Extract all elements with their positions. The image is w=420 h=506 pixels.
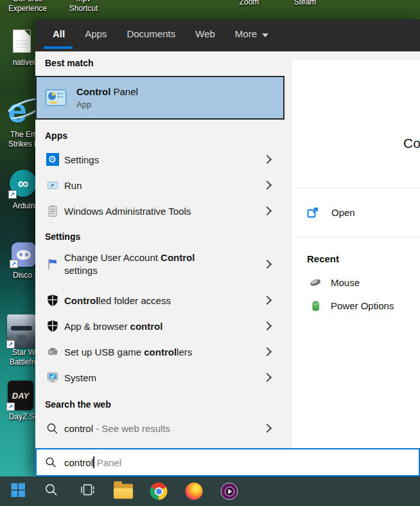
result-label: Windows Administrative Tools xyxy=(64,206,191,217)
section-header-best-match: Best match xyxy=(45,58,284,69)
chrome-button[interactable] xyxy=(150,483,168,500)
windows-logo-icon xyxy=(11,483,26,498)
admin-tools-icon xyxy=(46,204,59,218)
result-label: Run xyxy=(64,180,82,191)
preview-app-title: Control Panel xyxy=(403,136,420,151)
chevron-down-icon xyxy=(262,33,268,37)
chevron-right-icon xyxy=(263,347,272,356)
desktop-icon-star-wars-battlefront[interactable] xyxy=(7,314,36,348)
search-white-icon xyxy=(44,483,58,497)
desktop-icon-natively[interactable] xyxy=(13,30,31,53)
result-row-web-search-control[interactable]: control - See web results xyxy=(35,415,284,441)
divider xyxy=(292,237,420,237)
chevron-right-icon xyxy=(263,373,272,382)
control-panel-icon xyxy=(45,87,67,109)
monitor-icon xyxy=(46,371,59,384)
result-label: System xyxy=(64,372,96,383)
search-input-value[interactable]: control xyxy=(64,457,93,468)
result-row-change-uac-settings[interactable]: Change User Account Control settings xyxy=(35,248,284,281)
tab-web[interactable]: Web xyxy=(195,28,215,39)
firefox-button[interactable] xyxy=(186,483,203,500)
best-match-subtitle: App xyxy=(76,100,138,109)
power-icon xyxy=(309,299,322,312)
result-row-app-browser-control[interactable]: App & browser control xyxy=(35,313,284,339)
tab-documents[interactable]: Documents xyxy=(127,28,175,39)
taskbar-search-button[interactable] xyxy=(44,483,58,500)
preview-panel: Control Panel Open Recent MousePower Opt… xyxy=(284,51,420,448)
result-row-usb-game-controllers[interactable]: Set up USB game controllers xyxy=(35,339,284,365)
chevron-right-icon xyxy=(263,321,272,330)
result-label: Set up USB game controllers xyxy=(64,347,192,357)
search-icon xyxy=(46,422,59,435)
result-label: App & browser control xyxy=(64,321,162,332)
flag-icon xyxy=(46,258,59,271)
search-box[interactable]: control Panel xyxy=(35,448,420,476)
chevron-right-icon xyxy=(263,260,272,269)
taskbar xyxy=(0,476,420,506)
open-external-icon xyxy=(307,207,319,219)
task-view-icon xyxy=(80,483,95,497)
search-tabs: AllAppsDocumentsWebMore xyxy=(35,19,420,51)
task-view-button[interactable] xyxy=(80,483,95,500)
start-button[interactable] xyxy=(11,483,26,500)
folder-icon xyxy=(114,484,133,499)
result-row-controlled-folder-access[interactable]: Controlled folder access xyxy=(35,287,284,313)
mouse-icon xyxy=(309,276,322,289)
shortcut-arrow-icon xyxy=(8,190,17,199)
result-row-system[interactable]: System xyxy=(35,365,284,390)
result-row-windows-administrative-tools[interactable]: Windows Administrative Tools xyxy=(35,198,284,224)
result-label: Controlled folder access xyxy=(64,295,171,306)
desktop-icon-arduino[interactable]: ∞ xyxy=(10,170,37,197)
tab-apps[interactable]: Apps xyxy=(85,28,107,39)
gamepad-icon xyxy=(46,345,59,359)
document-icon xyxy=(13,30,31,53)
shortcut-arrow-icon xyxy=(6,402,15,411)
active-tab-underline xyxy=(44,46,73,49)
shield-icon xyxy=(46,294,59,307)
result-row-settings[interactable]: ⚙Settings xyxy=(35,147,284,172)
gear-icon: ⚙ xyxy=(46,153,59,167)
tab-all[interactable]: All xyxy=(53,28,65,39)
result-label: Settings xyxy=(64,154,99,165)
result-label: Change User Account Control settings xyxy=(64,251,223,277)
shortcut-arrow-icon xyxy=(10,260,18,268)
mpv-button[interactable] xyxy=(221,483,238,500)
chevron-right-icon xyxy=(263,181,272,190)
chevron-right-icon xyxy=(263,296,272,305)
tab-more[interactable]: More xyxy=(235,28,268,39)
recent-power-options[interactable]: Power Options xyxy=(292,294,420,317)
recent-list: MousePower Options xyxy=(292,271,420,317)
chevron-right-icon xyxy=(263,206,272,215)
desktop-icon-dayz[interactable]: DAY xyxy=(8,381,33,410)
recent-header: Recent xyxy=(307,253,339,264)
search-flyout: AllAppsDocumentsWebMore Best match Contr… xyxy=(35,19,420,476)
section-header-web: Search the web xyxy=(45,399,284,410)
recent-item-label: Power Options xyxy=(331,300,394,311)
result-row-run[interactable]: Run xyxy=(35,172,284,198)
desktop-icon-label: mpv Shortcut xyxy=(61,0,106,14)
shield-icon xyxy=(46,320,59,333)
search-suggestion: Panel xyxy=(94,457,122,468)
open-action[interactable]: Open xyxy=(292,188,420,237)
results-list: Best match Control Panel App Apps⚙Settin… xyxy=(35,51,284,448)
section-header-settings: Settings xyxy=(45,231,284,242)
preview-card: Control Panel Open Recent MousePower Opt… xyxy=(292,60,420,448)
firefox-icon xyxy=(186,483,203,500)
best-match-title: Control Panel xyxy=(76,86,138,97)
desktop-icon-label: Steam xyxy=(284,0,326,7)
best-match-item[interactable]: Control Panel App xyxy=(35,76,284,120)
desktop-icon-label: GeForce Experience xyxy=(2,0,53,14)
section-header-apps: Apps xyxy=(45,131,284,141)
search-icon xyxy=(45,456,57,468)
chrome-icon xyxy=(150,483,168,500)
file-explorer-button[interactable] xyxy=(114,484,133,499)
recent-item-label: Mouse xyxy=(331,277,360,288)
open-label: Open xyxy=(331,207,355,218)
desktop-icon-discord[interactable] xyxy=(12,242,36,267)
desktop-icon-label: Zoom xyxy=(228,0,270,7)
chevron-right-icon xyxy=(263,155,272,164)
chevron-right-icon xyxy=(263,424,272,433)
result-label: control - See web results xyxy=(64,423,170,434)
mpv-icon xyxy=(221,483,238,500)
recent-mouse[interactable]: Mouse xyxy=(292,271,420,294)
